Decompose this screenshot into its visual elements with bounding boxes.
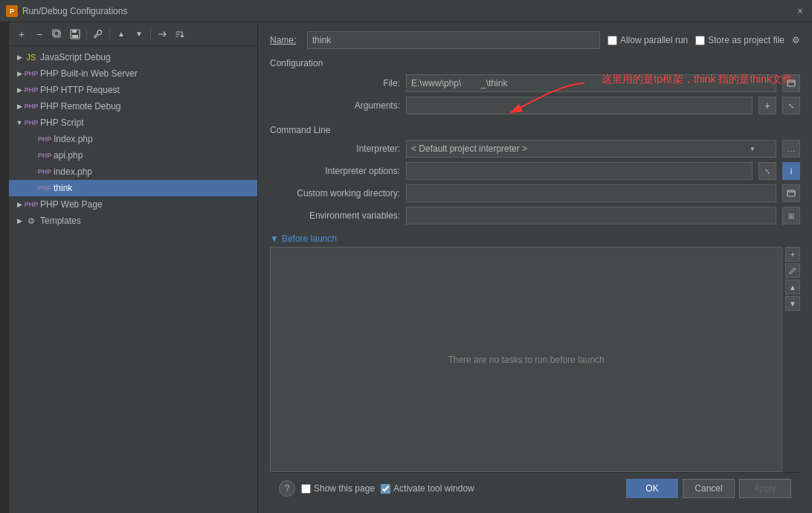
before-launch-header[interactable]: ▼ Before launch: [270, 233, 800, 244]
down-button[interactable]: ▼: [131, 26, 147, 42]
before-launch-box: There are no tasks to run before launch: [270, 247, 782, 472]
before-launch-up-button[interactable]: ▲: [785, 280, 800, 294]
interpreter-select[interactable]: < Default project interpreter >: [406, 140, 776, 158]
think-icon: PHP: [39, 182, 51, 194]
bottom-left: ? Show this page Activate tool window: [279, 480, 620, 497]
name-row: Name: Allow parallel run Store as projec…: [270, 31, 800, 49]
sort-button[interactable]: [172, 26, 188, 42]
before-launch-down-button[interactable]: ▼: [785, 296, 800, 311]
before-launch-edit-button[interactable]: [785, 263, 800, 278]
show-page-checkbox[interactable]: [301, 484, 311, 494]
tree-item-php-http[interactable]: ▶ PHP PHP HTTP Request: [9, 82, 257, 98]
remove-button[interactable]: −: [31, 26, 48, 42]
tree-item-api-php[interactable]: ▶ PHP api.php: [9, 147, 257, 164]
custom-working-dir-input[interactable]: [406, 184, 776, 202]
before-launch-add-button[interactable]: +: [785, 247, 800, 262]
tree-arrow-php-http: ▶: [15, 86, 24, 94]
tree-label-php-http: PHP HTTP Request: [40, 85, 120, 95]
title-bar: P Run/Debug Configurations ×: [0, 0, 812, 22]
tree-item-index-php-2[interactable]: ▶ PHP index.php: [9, 164, 257, 180]
tree-arrow-javascript-debug: ▶: [15, 53, 24, 62]
tree-label-think: think: [54, 183, 72, 193]
allow-parallel-label[interactable]: Allow parallel run: [608, 35, 688, 45]
arguments-label: Arguments:: [270, 100, 400, 111]
up-button[interactable]: ▲: [113, 26, 129, 42]
toolbar-separator-2: [109, 28, 110, 40]
tree-item-php-script[interactable]: ▼ PHP PHP Script: [9, 114, 257, 131]
interpreter-options-input[interactable]: [406, 162, 753, 180]
apply-button[interactable]: Apply: [739, 479, 791, 498]
env-variables-row: Environment variables: ⊞: [270, 207, 800, 225]
tree-label-api-php: api.php: [54, 150, 83, 161]
arguments-row: Arguments: + ⤡: [270, 97, 800, 114]
tree-item-php-builtin[interactable]: ▶ PHP PHP Built-in Web Server: [9, 65, 257, 82]
file-annotation-container: File: 这里用的是tp框架，think 指的是think文件: [270, 74, 800, 97]
tree-label-index-php-1: Index.php: [54, 134, 93, 144]
store-project-gear-icon: ⚙: [792, 35, 800, 45]
copy-button[interactable]: [49, 26, 65, 42]
tree-item-php-webpage[interactable]: ▶ PHP PHP Web Page: [9, 196, 257, 213]
cancel-button[interactable]: Cancel: [683, 479, 735, 498]
activate-tool-window-label[interactable]: Activate tool window: [381, 483, 474, 494]
before-launch-side-buttons: + ▲ ▼: [785, 247, 800, 472]
close-button[interactable]: ×: [794, 5, 806, 17]
interpreter-options-expand[interactable]: ⤡: [758, 162, 776, 180]
ok-button[interactable]: OK: [626, 479, 678, 498]
show-page-label[interactable]: Show this page: [301, 483, 375, 494]
tree-container[interactable]: ▶ JS JavaScript Debug ▶ PHP PHP Built-in…: [9, 46, 257, 513]
tree-arrow-php-script: ▼: [15, 118, 24, 127]
toolbar-separator-1: [86, 28, 87, 40]
store-as-project-label[interactable]: Store as project file: [695, 35, 784, 45]
before-launch-collapse-icon: ▼: [270, 233, 279, 244]
tree-label-index-php-2: index.php: [54, 167, 92, 177]
move-button[interactable]: [154, 26, 170, 42]
interpreter-options-info[interactable]: i: [782, 162, 800, 180]
tree-item-think[interactable]: ▶ PHP think: [9, 180, 257, 196]
custom-working-dir-label: Custom working directory:: [270, 188, 400, 199]
add-button[interactable]: +: [13, 26, 30, 42]
left-edge-bar: [0, 22, 9, 513]
right-panel: Name: Allow parallel run Store as projec…: [258, 22, 812, 513]
tree-item-index-php-1[interactable]: ▶ PHP Index.php: [9, 131, 257, 147]
env-variables-input[interactable]: [406, 207, 776, 225]
php-remote-icon: PHP: [25, 100, 37, 112]
name-input[interactable]: [307, 31, 600, 49]
before-launch-title: Before launch: [282, 233, 337, 244]
interpreter-more-button[interactable]: …: [782, 140, 800, 158]
help-button[interactable]: ?: [279, 480, 295, 497]
tree-item-templates[interactable]: ▶ ⚙ Templates: [9, 213, 257, 229]
php-http-icon: PHP: [25, 84, 37, 96]
interpreter-select-wrapper: < Default project interpreter >: [406, 140, 776, 158]
tree-arrow-templates: ▶: [15, 216, 24, 225]
interpreter-options-row: Interpreter options: ⤡ i: [270, 162, 800, 180]
file-label: File:: [270, 78, 400, 88]
tree-label-php-builtin: PHP Built-in Web Server: [40, 68, 138, 79]
arguments-input[interactable]: [406, 97, 753, 114]
api-php-icon: PHP: [39, 149, 51, 161]
arguments-expand-button[interactable]: ⤡: [782, 97, 800, 114]
configuration-section-title: Configuration: [270, 58, 800, 68]
tree-label-php-remote: PHP Remote Debug: [40, 101, 121, 112]
svg-rect-1: [53, 30, 59, 36]
save-button[interactable]: [67, 26, 83, 42]
allow-parallel-checkbox[interactable]: [608, 36, 617, 45]
store-as-project-checkbox[interactable]: [695, 36, 705, 45]
custom-working-dir-browse[interactable]: [782, 184, 800, 202]
tree-item-javascript-debug[interactable]: ▶ JS JavaScript Debug: [9, 49, 257, 65]
arguments-add-button[interactable]: +: [758, 97, 776, 114]
app-icon: P: [6, 5, 18, 17]
index-php-2-icon: PHP: [39, 166, 51, 178]
interpreter-row: Interpreter: < Default project interpret…: [270, 140, 800, 158]
svg-rect-4: [72, 30, 77, 33]
tree-label-templates: Templates: [40, 216, 81, 226]
command-line-section-title: Command Line: [270, 125, 800, 135]
bottom-buttons: OK Cancel Apply: [626, 479, 791, 498]
wrench-button[interactable]: [90, 26, 106, 42]
before-launch-section: ▼ Before launch There are no tasks to ru…: [270, 233, 800, 472]
activate-tool-window-checkbox[interactable]: [381, 484, 390, 494]
toolbar: + − ▲ ▼: [9, 22, 257, 46]
tree-item-php-remote[interactable]: ▶ PHP PHP Remote Debug: [9, 98, 257, 114]
env-variables-label: Environment variables:: [270, 210, 400, 221]
custom-working-dir-row: Custom working directory:: [270, 184, 800, 202]
env-variables-expand[interactable]: ⊞: [782, 207, 800, 225]
